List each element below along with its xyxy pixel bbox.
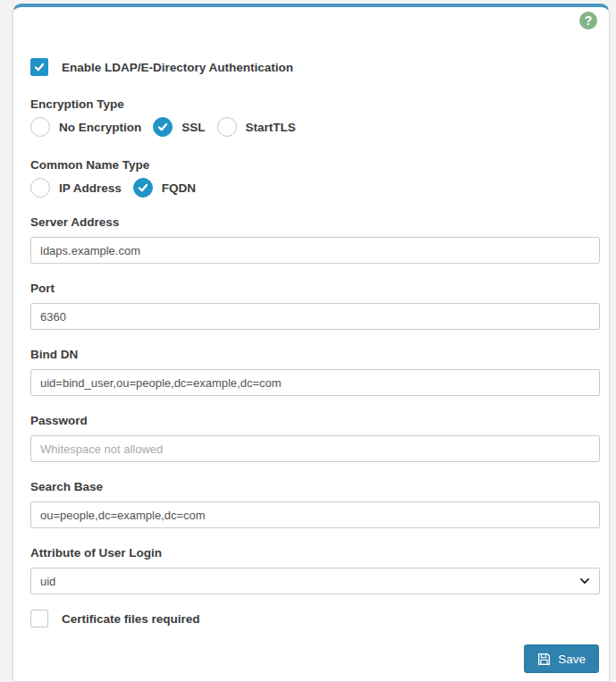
encryption-type-options: No Encryption SSL StartTLS (30, 117, 599, 137)
bind-dn-group: Bind DN (30, 348, 599, 396)
radio-starttls[interactable]: StartTLS (217, 117, 296, 137)
common-name-type-label: Common Name Type (30, 158, 599, 172)
radio-fqdn-label: FQDN (162, 181, 196, 195)
ldap-settings-card: ? Enable LDAP/E-Directory Authentication… (13, 4, 610, 682)
save-button-label: Save (558, 653, 586, 666)
attribute-of-user-login-value: uid (40, 575, 55, 588)
server-address-group: Server Address (30, 215, 599, 264)
save-floppy-icon (537, 653, 551, 666)
radio-fqdn[interactable]: FQDN (133, 178, 196, 198)
password-input[interactable] (30, 435, 600, 462)
enable-ldap-checkbox[interactable] (30, 58, 48, 76)
radio-no-encryption-label: No Encryption (59, 121, 141, 134)
search-base-label: Search Base (30, 480, 599, 493)
certificate-files-checkbox[interactable] (30, 610, 48, 627)
common-name-type-group: Common Name Type IP Address FQDN (30, 158, 599, 198)
enable-ldap-row: Enable LDAP/E-Directory Authentication (30, 58, 599, 76)
password-label: Password (30, 414, 599, 427)
radio-selected-icon[interactable] (133, 178, 153, 198)
port-group: Port (30, 282, 599, 330)
save-row: Save (30, 644, 599, 673)
attribute-of-user-login-label: Attribute of User Login (30, 546, 599, 560)
bind-dn-input[interactable] (30, 369, 600, 396)
encryption-type-label: Encryption Type (30, 97, 599, 111)
search-base-group: Search Base (30, 480, 599, 528)
encryption-type-group: Encryption Type No Encryption SSL StartT… (30, 97, 599, 137)
radio-ssl-label: SSL (181, 121, 205, 134)
common-name-type-options: IP Address FQDN (30, 178, 599, 198)
password-group: Password (30, 414, 599, 462)
port-input[interactable] (30, 303, 600, 330)
server-address-input[interactable] (30, 237, 600, 264)
radio-circle-icon[interactable] (217, 117, 237, 137)
radio-ssl[interactable]: SSL (153, 117, 205, 137)
save-button[interactable]: Save (524, 644, 599, 673)
bind-dn-label: Bind DN (30, 348, 599, 361)
check-icon (157, 122, 168, 132)
check-icon (138, 182, 148, 193)
radio-ip-address[interactable]: IP Address (30, 178, 122, 198)
port-label: Port (30, 282, 599, 295)
radio-selected-icon[interactable] (153, 117, 173, 137)
help-icon[interactable]: ? (579, 12, 597, 29)
check-icon (34, 62, 45, 72)
search-base-input[interactable] (30, 501, 600, 528)
server-address-label: Server Address (30, 215, 599, 229)
attribute-of-user-login-select[interactable]: uid (30, 568, 600, 594)
radio-no-encryption[interactable]: No Encryption (30, 117, 141, 137)
certificate-files-label: Certificate files required (62, 612, 200, 626)
radio-ip-address-label: IP Address (59, 181, 122, 195)
chevron-down-icon (579, 576, 590, 586)
card-header: ? (30, 12, 597, 29)
enable-ldap-label: Enable LDAP/E-Directory Authentication (62, 61, 293, 74)
attribute-of-user-login-group: Attribute of User Login uid (30, 546, 599, 594)
radio-circle-icon[interactable] (30, 178, 50, 198)
radio-circle-icon[interactable] (30, 117, 50, 137)
certificate-files-row: Certificate files required (30, 610, 599, 627)
radio-starttls-label: StartTLS (246, 121, 296, 134)
